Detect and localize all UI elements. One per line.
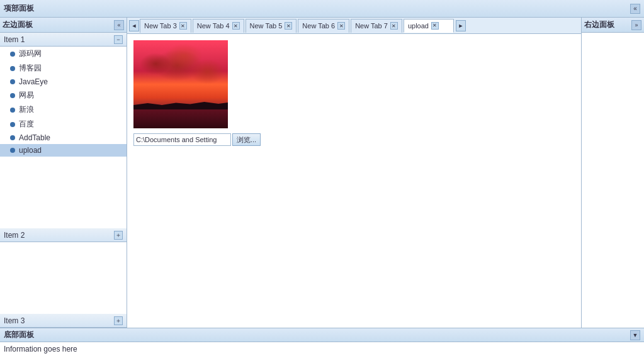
sunset-image — [133, 40, 228, 128]
tab-label-upload: upload — [408, 22, 429, 30]
right-panel-title: 右边面板 — [584, 19, 614, 30]
left-panel: 左边面板 « Item 1 － 源码网 博客园 JavaEye — [0, 18, 127, 328]
tree-label: AddTable — [19, 133, 50, 142]
bottom-panel: 底部面板 ▼ Information goes here — [0, 328, 644, 356]
content-area: ◄ New Tab 3 ✕ New Tab 4 ✕ New Tab 5 ✕ Ne… — [127, 18, 581, 328]
tab-close-newtab6[interactable]: ✕ — [337, 22, 345, 30]
accordion-toggle-1[interactable]: － — [114, 35, 123, 44]
tree-item-wangyi[interactable]: 网易 — [0, 88, 127, 103]
bottom-panel-expand-btn[interactable]: ▼ — [630, 330, 640, 340]
cloud-decoration-4 — [190, 59, 225, 84]
top-panel: 项部面板 « — [0, 0, 644, 18]
tab-newtab6[interactable]: New Tab 6 ✕ — [298, 19, 349, 33]
tab-label-newtab3: New Tab 3 — [144, 22, 177, 30]
land-silhouette — [133, 98, 228, 111]
tree-label: 源码网 — [19, 48, 42, 59]
tree-item-addtable[interactable]: AddTable — [0, 131, 127, 144]
tree-label: JavaEye — [19, 77, 48, 86]
tab-newtab5[interactable]: New Tab 5 ✕ — [246, 19, 297, 33]
accordion-label-3: Item 3 — [4, 316, 25, 325]
main-area: 左边面板 « Item 1 － 源码网 博客园 JavaEye — [0, 18, 644, 328]
left-panel-collapse-btn[interactable]: « — [114, 20, 124, 30]
bottom-panel-header: 底部面板 ▼ — [0, 328, 644, 342]
tree-content-1: 源码网 博客园 JavaEye 网易 新浪 — [0, 47, 127, 157]
tab-newtab7[interactable]: New Tab 7 ✕ — [351, 19, 402, 33]
tab-bar: ◄ New Tab 3 ✕ New Tab 4 ✕ New Tab 5 ✕ Ne… — [127, 18, 581, 34]
tab-label-newtab7: New Tab 7 — [355, 22, 388, 30]
tree-label: upload — [19, 146, 42, 155]
tree-item-xinlang[interactable]: 新浪 — [0, 103, 127, 117]
tab-newtab3[interactable]: New Tab 3 ✕ — [140, 19, 191, 33]
tab-prev-btn[interactable]: ◄ — [129, 20, 139, 31]
tab-content-upload: 浏览... — [127, 34, 581, 328]
tree-dot — [10, 148, 15, 153]
accordion-toggle-3[interactable]: ＋ — [114, 316, 123, 325]
tree-item-bokeyuan[interactable]: 博客园 — [0, 61, 127, 75]
accordion-label-2: Item 2 — [4, 231, 25, 240]
accordion-item-1: Item 1 － 源码网 博客园 JavaEye 网易 — [0, 33, 127, 157]
left-panel-title: 左边面板 — [3, 19, 33, 30]
accordion-label-1: Item 1 — [4, 35, 25, 44]
cloud-decoration-3 — [140, 53, 171, 75]
tree-item-upload[interactable]: upload — [0, 144, 127, 157]
tree-item-yuanmawang[interactable]: 源码网 — [0, 47, 127, 61]
bottom-panel-content: Information goes here — [0, 342, 644, 356]
tree-dot — [10, 79, 15, 84]
tab-close-newtab4[interactable]: ✕ — [232, 22, 240, 30]
tab-label-newtab5: New Tab 5 — [250, 22, 283, 30]
right-panel: 右边面板 » — [581, 18, 644, 328]
tree-item-javaeye[interactable]: JavaEye — [0, 75, 127, 88]
bottom-panel-info: Information goes here — [4, 345, 77, 353]
bottom-panel-title: 底部面板 — [4, 330, 34, 340]
tree-label: 百度 — [19, 119, 34, 130]
tree-label: 博客园 — [19, 63, 42, 74]
accordion-toggle-2[interactable]: ＋ — [114, 231, 123, 240]
top-panel-title: 项部面板 — [4, 3, 34, 14]
accordion-header-2[interactable]: Item 2 ＋ — [0, 228, 127, 242]
tab-label-newtab4: New Tab 4 — [197, 22, 230, 30]
file-input-area: 浏览... — [133, 133, 575, 146]
right-panel-header: 右边面板 » — [582, 18, 644, 33]
tree-dot — [10, 66, 15, 71]
tree-dot — [10, 93, 15, 98]
browse-button[interactable]: 浏览... — [232, 133, 261, 146]
tab-close-newtab7[interactable]: ✕ — [390, 22, 398, 30]
tree-label: 网易 — [19, 90, 34, 101]
tab-close-upload[interactable]: ✕ — [431, 22, 439, 30]
tab-close-newtab3[interactable]: ✕ — [179, 22, 187, 30]
tree-item-baidu[interactable]: 百度 — [0, 117, 127, 131]
tab-newtab4[interactable]: New Tab 4 ✕ — [193, 19, 244, 33]
tree-dot — [10, 108, 15, 113]
water-reflection — [133, 109, 228, 128]
tab-upload[interactable]: upload ✕ — [404, 19, 454, 33]
left-panel-header: 左边面板 « — [0, 18, 127, 33]
right-panel-expand-btn[interactable]: » — [631, 20, 641, 30]
tab-next-btn[interactable]: ► — [456, 20, 466, 31]
accordion-header-3[interactable]: Item 3 ＋ — [0, 314, 127, 328]
tab-label-newtab6: New Tab 6 — [302, 22, 335, 30]
top-panel-collapse-btn[interactable]: « — [630, 4, 640, 14]
tree-label: 新浪 — [19, 104, 34, 115]
tree-dot — [10, 122, 15, 127]
accordion-header-1[interactable]: Item 1 － — [0, 33, 127, 47]
tab-close-newtab5[interactable]: ✕ — [285, 22, 292, 30]
file-path-input[interactable] — [133, 133, 231, 146]
tree-dot — [10, 52, 15, 57]
tree-dot — [10, 135, 15, 140]
